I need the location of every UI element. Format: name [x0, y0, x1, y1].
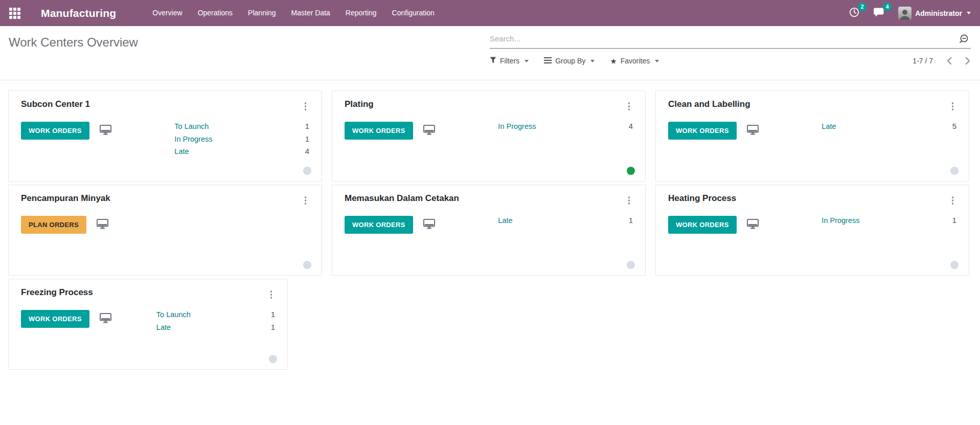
avatar — [898, 7, 911, 20]
activities-count-badge: 2 — [858, 3, 867, 11]
card-title[interactable]: Pencampuran Minyak — [21, 193, 110, 204]
status-link[interactable]: To Launch — [156, 308, 191, 321]
kebab-menu-icon[interactable] — [267, 288, 276, 301]
chevron-down-icon — [525, 60, 529, 62]
star-icon: ★ — [610, 57, 617, 65]
status-link[interactable]: Late — [156, 321, 171, 334]
search-bar — [490, 29, 971, 49]
chevron-down-icon — [967, 12, 971, 14]
card-title[interactable]: Subcon Center 1 — [21, 99, 90, 109]
status-count: 4 — [629, 120, 633, 133]
status-list: In Progress4 — [498, 120, 633, 133]
chevron-down-icon — [590, 60, 595, 62]
status-count: 1 — [952, 214, 956, 227]
user-menu[interactable]: Administrator — [898, 7, 971, 20]
orders-button[interactable]: WORK ORDERS — [345, 122, 413, 140]
kanban-status-dot[interactable] — [627, 261, 635, 269]
status-link[interactable]: In Progress — [498, 120, 536, 133]
menu-item-configuration[interactable]: Configuration — [384, 0, 442, 26]
status-count: 1 — [271, 321, 275, 334]
status-link[interactable]: To Launch — [174, 120, 209, 133]
orders-button[interactable]: WORK ORDERS — [21, 122, 89, 140]
kebab-menu-icon[interactable] — [949, 100, 957, 113]
status-link[interactable]: In Progress — [822, 214, 859, 227]
orders-button[interactable]: WORK ORDERS — [21, 310, 89, 328]
kanban-status-dot[interactable] — [269, 355, 277, 363]
card-title[interactable]: Plating — [345, 99, 374, 109]
menu-item-overview[interactable]: Overview — [145, 0, 190, 26]
status-row: In Progress1 — [174, 133, 309, 146]
status-row: To Launch1 — [156, 308, 275, 321]
menu-item-planning[interactable]: Planning — [240, 0, 284, 26]
pager-next-button[interactable] — [965, 57, 971, 65]
status-link[interactable]: In Progress — [174, 133, 212, 146]
activities-button[interactable]: 2 — [849, 7, 860, 20]
kanban-status-dot[interactable] — [950, 261, 959, 269]
status-count: 1 — [305, 120, 309, 133]
work-center-card: Memasukan Dalam Cetakan WORK ORDERS Late… — [332, 185, 646, 276]
kebab-menu-icon[interactable] — [625, 100, 633, 113]
kebab-menu-icon[interactable] — [302, 194, 310, 207]
menu-item-operations[interactable]: Operations — [190, 0, 240, 26]
status-row: Late1 — [498, 214, 633, 227]
status-list: To Launch1Late1 — [156, 308, 275, 333]
kanban-board: Subcon Center 1 WORK ORDERS To Launch1In… — [0, 80, 980, 373]
favorites-label: Favorites — [621, 57, 650, 65]
menu-item-reporting[interactable]: Reporting — [338, 0, 384, 26]
apps-grid-icon[interactable] — [9, 8, 20, 19]
group-by-button[interactable]: Group By — [544, 57, 595, 65]
status-link[interactable]: Late — [822, 120, 836, 133]
card-title[interactable]: Heating Process — [668, 193, 736, 204]
group-by-label: Group By — [555, 57, 585, 65]
status-row: In Progress4 — [498, 120, 633, 133]
monitor-icon[interactable] — [100, 313, 111, 325]
work-center-card: Pencampuran Minyak PLAN ORDERS — [8, 185, 322, 276]
search-input[interactable] — [490, 29, 971, 48]
work-center-card: Heating Process WORK ORDERS In Progress1 — [655, 185, 969, 276]
messages-button[interactable]: 4 — [873, 7, 885, 20]
status-row: In Progress1 — [822, 214, 956, 227]
monitor-icon[interactable] — [423, 125, 435, 137]
status-link[interactable]: Late — [174, 145, 189, 158]
user-name: Administrator — [915, 9, 962, 17]
menu-item-master-data[interactable]: Master Data — [284, 0, 338, 26]
top-navbar: Manufacturing Overview Operations Planni… — [0, 0, 980, 26]
hamburger-icon — [544, 57, 552, 65]
work-center-card: Clean and Labelling WORK ORDERS Late5 — [655, 91, 969, 182]
pager-value: 1-7 / 7 — [913, 57, 933, 65]
status-count: 4 — [305, 145, 309, 158]
kanban-status-dot[interactable] — [950, 167, 959, 175]
kebab-menu-icon[interactable] — [625, 194, 633, 207]
status-row: To Launch1 — [174, 120, 309, 133]
monitor-icon[interactable] — [747, 125, 759, 137]
kanban-status-dot[interactable] — [303, 261, 311, 269]
kanban-status-dot[interactable] — [303, 167, 311, 175]
card-title[interactable]: Freezing Process — [21, 287, 93, 298]
pager-previous-button[interactable] — [946, 57, 952, 65]
orders-button[interactable]: WORK ORDERS — [668, 122, 737, 140]
kebab-menu-icon[interactable] — [302, 100, 310, 113]
monitor-icon[interactable] — [423, 219, 435, 231]
top-menu: Overview Operations Planning Master Data… — [145, 0, 442, 26]
favorites-button[interactable]: ★ Favorites — [610, 57, 659, 65]
status-list: In Progress1 — [822, 214, 956, 227]
orders-button[interactable]: WORK ORDERS — [668, 216, 737, 234]
monitor-icon[interactable] — [100, 125, 111, 137]
app-brand[interactable]: Manufacturing — [41, 7, 116, 19]
search-icon[interactable] — [958, 33, 970, 48]
status-row: Late4 — [174, 145, 309, 158]
status-row: Late5 — [822, 120, 956, 133]
control-panel: Work Centers Overview Filters — [0, 26, 980, 80]
card-title[interactable]: Memasukan Dalam Cetakan — [345, 193, 459, 204]
status-link[interactable]: Late — [498, 214, 512, 227]
orders-button[interactable]: WORK ORDERS — [345, 216, 413, 234]
orders-button[interactable]: PLAN ORDERS — [21, 216, 86, 234]
kanban-status-dot[interactable] — [627, 167, 635, 175]
filters-button[interactable]: Filters — [490, 57, 529, 65]
card-title[interactable]: Clean and Labelling — [668, 99, 750, 109]
kebab-menu-icon[interactable] — [949, 194, 957, 207]
messages-count-badge: 4 — [883, 3, 892, 11]
status-list: Late1 — [498, 214, 633, 227]
monitor-icon[interactable] — [747, 219, 759, 231]
monitor-icon[interactable] — [97, 219, 108, 231]
